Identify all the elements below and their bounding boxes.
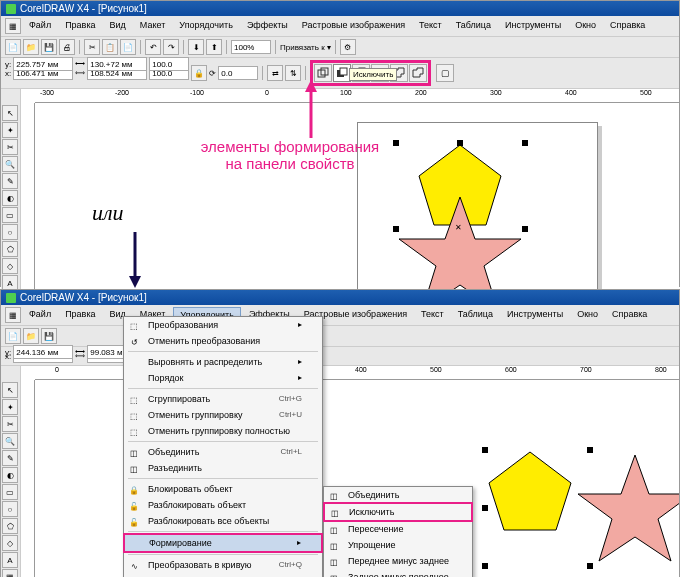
ctx-ungroup[interactable]: ⬚Отменить группировкуCtrl+U: [124, 407, 322, 423]
sub-intersect[interactable]: ◫Пересечение: [324, 521, 472, 537]
zoom-input[interactable]: [231, 40, 271, 54]
mirror-v-btn[interactable]: ⇅: [285, 65, 301, 81]
create-boundary-btn[interactable]: ▢: [436, 64, 454, 82]
ctx-transformations[interactable]: ⬚Преобразования▸: [124, 317, 322, 333]
mirror-h-btn[interactable]: ⇄: [267, 65, 283, 81]
zoom-tool[interactable]: 🔍: [2, 156, 18, 172]
menu-window-2[interactable]: Окно: [571, 307, 604, 323]
y-input-2[interactable]: [13, 345, 73, 359]
shape-tool[interactable]: ✦: [2, 122, 18, 138]
menu-window[interactable]: Окно: [569, 18, 602, 34]
crop-tool-2[interactable]: ✂: [2, 416, 18, 432]
ruler-horizontal: -300 -200 -100 0 100 200 300 400 500: [35, 89, 679, 103]
ellipse-tool-2[interactable]: ○: [2, 501, 18, 517]
menu-file-2[interactable]: Файл: [23, 307, 57, 323]
shape-tool-2[interactable]: ✦: [2, 399, 18, 415]
svg-marker-13: [489, 452, 571, 530]
snap-label[interactable]: Привязать к ▾: [280, 43, 331, 52]
cut-btn[interactable]: ✂: [84, 39, 100, 55]
menu-tools[interactable]: Инструменты: [499, 18, 567, 34]
ctx-convert-outline[interactable]: ▭Преобразовать абрис в объектCtrl+Shift+…: [124, 573, 322, 577]
paste-btn[interactable]: 📄: [120, 39, 136, 55]
smart-fill-tool-2[interactable]: ◐: [2, 467, 18, 483]
menu-table[interactable]: Таблица: [450, 18, 497, 34]
smart-fill-tool[interactable]: ◐: [2, 190, 18, 206]
freehand-tool-2[interactable]: ✎: [2, 450, 18, 466]
rectangle-tool[interactable]: ▭: [2, 207, 18, 223]
menu-tools-2[interactable]: Инструменты: [501, 307, 569, 323]
pick-tool-2[interactable]: ↖: [2, 382, 18, 398]
table-tool-2[interactable]: ▦: [2, 569, 18, 577]
svg-marker-10: [305, 80, 317, 92]
ctx-breakapart[interactable]: ◫Разъединить: [124, 460, 322, 476]
basic-shapes-tool[interactable]: ◇: [2, 258, 18, 274]
zoom-tool-2[interactable]: 🔍: [2, 433, 18, 449]
ctx-shaping[interactable]: Формирование▸: [123, 533, 323, 553]
print-btn[interactable]: 🖨: [59, 39, 75, 55]
rot-input[interactable]: [218, 66, 258, 80]
ctx-group[interactable]: ⬚СгруппироватьCtrl+G: [124, 391, 322, 407]
polygon-tool-2[interactable]: ⬠: [2, 518, 18, 534]
ctx-align[interactable]: Выровнять и распределить▸: [124, 354, 322, 370]
menu-effects[interactable]: Эффекты: [241, 18, 294, 34]
svg-rect-3: [340, 68, 347, 75]
menu-file[interactable]: Файл: [23, 18, 57, 34]
svg-marker-12: [129, 276, 141, 288]
crop-tool[interactable]: ✂: [2, 139, 18, 155]
menu-edit[interactable]: Правка: [59, 18, 101, 34]
ellipse-tool[interactable]: ○: [2, 224, 18, 240]
rectangle-tool-2[interactable]: ▭: [2, 484, 18, 500]
sub-back-minus-front[interactable]: ◫Заднее минус переднее: [324, 569, 472, 577]
menu-help-2[interactable]: Справка: [606, 307, 653, 323]
y-input[interactable]: [13, 57, 73, 71]
arrange-dropdown: ⬚Преобразования▸ ↺Отменить преобразовани…: [123, 316, 323, 577]
sub-simplify[interactable]: ◫Упрощение: [324, 537, 472, 553]
ctx-combine[interactable]: ◫ОбъединитьCtrl+L: [124, 444, 322, 460]
ctx-ungroup-all[interactable]: ⬚Отменить группировку полностью: [124, 423, 322, 439]
ctx-lock[interactable]: 🔒Блокировать объект: [124, 481, 322, 497]
menu-help[interactable]: Справка: [604, 18, 651, 34]
h-input[interactable]: [87, 57, 147, 71]
ctx-undo-transform[interactable]: ↺Отменить преобразования: [124, 333, 322, 349]
import-btn[interactable]: ⬇: [188, 39, 204, 55]
open-btn[interactable]: 📁: [23, 39, 39, 55]
doc-icon-2: ▦: [5, 307, 21, 323]
ctx-convert-curve[interactable]: ∿Преобразовать в кривуюCtrl+Q: [124, 557, 322, 573]
lock-ratio-btn[interactable]: 🔒: [191, 65, 207, 81]
redo-btn[interactable]: ↷: [163, 39, 179, 55]
menu-table-2[interactable]: Таблица: [452, 307, 499, 323]
sy-input[interactable]: [149, 57, 189, 71]
sub-weld[interactable]: ◫Объединить: [324, 487, 472, 503]
freehand-tool[interactable]: ✎: [2, 173, 18, 189]
undo-btn[interactable]: ↶: [145, 39, 161, 55]
save-btn[interactable]: 💾: [41, 39, 57, 55]
ctx-unlock-all[interactable]: 🔓Разблокировать все объекты: [124, 513, 322, 529]
pentagon-shape-2[interactable]: [485, 450, 575, 532]
tooltip-trim: Исключить: [349, 68, 397, 81]
menu-view[interactable]: Вид: [104, 18, 132, 34]
menu-arrange[interactable]: Упорядочить: [173, 18, 239, 34]
pick-tool[interactable]: ↖: [2, 105, 18, 121]
menu-edit-2[interactable]: Правка: [59, 307, 101, 323]
text-tool-2[interactable]: A: [2, 552, 18, 568]
open-btn-2[interactable]: 📁: [23, 328, 39, 344]
opts-btn[interactable]: ⚙: [340, 39, 356, 55]
y-label: y:: [5, 60, 11, 69]
menu-text[interactable]: Текст: [413, 18, 448, 34]
sub-front-minus-back[interactable]: ◫Переднее минус заднее: [324, 553, 472, 569]
menu-layout[interactable]: Макет: [134, 18, 171, 34]
basic-shapes-tool-2[interactable]: ◇: [2, 535, 18, 551]
copy-btn[interactable]: 📋: [102, 39, 118, 55]
new-btn-2[interactable]: 📄: [5, 328, 21, 344]
export-btn[interactable]: ⬆: [206, 39, 222, 55]
sub-trim[interactable]: ◫Исключить: [323, 502, 473, 522]
menu-text-2[interactable]: Текст: [415, 307, 450, 323]
save-btn-2[interactable]: 💾: [41, 328, 57, 344]
menu-bitmaps[interactable]: Растровые изображения: [296, 18, 411, 34]
ctx-order[interactable]: Порядок▸: [124, 370, 322, 386]
polygon-tool[interactable]: ⬠: [2, 241, 18, 257]
ctx-unlock[interactable]: 🔓Разблокировать объект: [124, 497, 322, 513]
new-btn[interactable]: 📄: [5, 39, 21, 55]
back-minus-front-btn[interactable]: [409, 64, 427, 82]
star-shape-2[interactable]: [575, 453, 679, 565]
